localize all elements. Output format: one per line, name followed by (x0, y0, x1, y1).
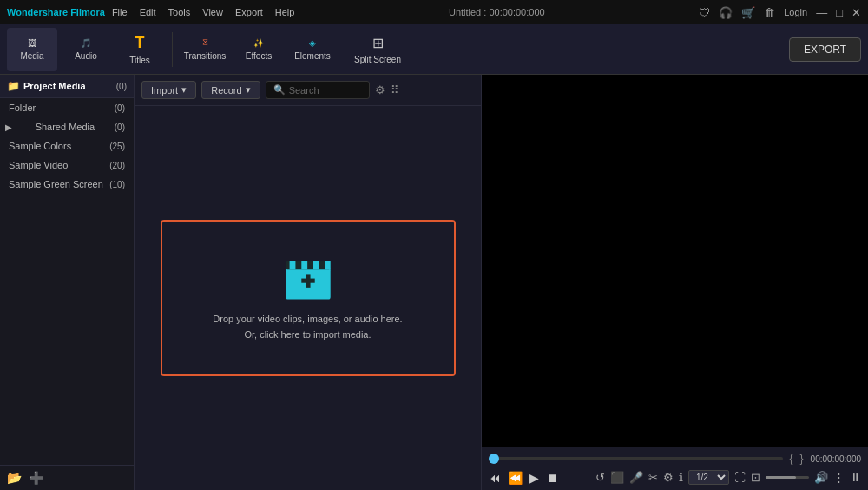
main-area: 📁 Project Media (0) Folder (0) ▶ Shared … (0, 75, 868, 490)
media-item-video[interactable]: Sample Video (20) (0, 156, 134, 175)
titlebar: Wondershare Filmora File Edit Tools View… (0, 0, 868, 24)
shield-icon: 🛡 (699, 6, 710, 19)
app-logo: Wondershare Filmora (7, 7, 105, 17)
progress-handle[interactable] (489, 454, 499, 464)
menu-file[interactable]: File (112, 7, 128, 17)
content-toolbar: Import ▾ Record ▾ 🔍 Search ⚙ ⠿ (135, 75, 481, 106)
progress-bar[interactable] (489, 457, 783, 460)
dropzone-text: Drop your video clips, images, or audio … (213, 312, 402, 342)
dropzone-inner[interactable]: Drop your video clips, images, or audio … (161, 220, 456, 376)
trash-icon: 🗑 (764, 6, 775, 19)
bracket-left[interactable]: { (790, 453, 793, 465)
grid-icon[interactable]: ⠿ (391, 83, 399, 96)
import-label: Import (151, 85, 178, 96)
search-box: 🔍 Search (266, 81, 370, 99)
preview-timecode: 00:00:00:000 (811, 454, 861, 464)
cart-icon: 🛒 (741, 6, 755, 19)
export-button[interactable]: EXPORT (789, 37, 861, 62)
media-icon: 🖼 (28, 38, 36, 48)
pip-button[interactable]: ⊡ (751, 471, 760, 484)
snapshot-button[interactable]: ⬛ (610, 471, 624, 484)
toolbar-media-label: Media (20, 51, 43, 61)
dropzone-line1: Drop your video clips, images, or audio … (213, 312, 402, 328)
record-label: Record (211, 85, 241, 96)
loop-button[interactable]: ↺ (595, 471, 605, 484)
playback-right: ↺ ⬛ 🎤 ✂ ⚙ ℹ 1/2 1/4 Full ⛶ ⊡ (595, 470, 861, 485)
colors-label: Sample Colors (9, 141, 71, 151)
clapperboard-icon (282, 253, 334, 305)
progress-bar-container: { } 00:00:00:000 (489, 453, 861, 465)
import-button[interactable]: Import ▾ (141, 81, 196, 99)
play-button[interactable]: ▶ (529, 471, 539, 485)
svg-rect-7 (301, 279, 314, 283)
shared-label: Shared Media (36, 122, 95, 132)
toolbar-titles[interactable]: T Titles (115, 28, 165, 71)
toolbar-transitions-label: Transitions (184, 51, 227, 61)
more-button[interactable]: ⋮ (833, 471, 845, 484)
filter-icon[interactable]: ⚙ (375, 83, 385, 96)
add-folder-button[interactable]: 📂 (7, 471, 22, 485)
shared-count: (0) (115, 122, 125, 132)
toolbar-audio[interactable]: 🎵 Audio (61, 28, 111, 71)
toolbar-divider-1 (172, 32, 173, 67)
skip-back-button[interactable]: ⏮ (489, 471, 501, 485)
project-media-header: 📁 Project Media (0) (0, 75, 134, 98)
step-back-button[interactable]: ⏪ (508, 471, 523, 485)
media-item-folder[interactable]: Folder (0) (0, 98, 134, 117)
media-item-greenscreen[interactable]: Sample Green Screen (10) (0, 175, 134, 194)
toolbar-transitions[interactable]: ⧖ Transitions (180, 28, 230, 71)
project-media-title: Project Media (23, 81, 86, 91)
volume-icon[interactable]: 🔊 (814, 471, 828, 484)
menu-help[interactable]: Help (275, 7, 295, 17)
add-media-button[interactable]: ➕ (29, 471, 43, 485)
maximize-button[interactable]: □ (836, 6, 843, 19)
preview-screen (482, 75, 868, 447)
volume-fill (766, 476, 796, 479)
preview-controls: { } 00:00:00:000 ⏮ ⏪ ▶ ⏹ ↺ ⬛ 🎤 ✂ ⚙ ℹ (482, 447, 868, 490)
toolbar-elements[interactable]: ◈ Elements (287, 28, 338, 71)
dropzone[interactable]: Drop your video clips, images, or audio … (135, 106, 481, 490)
mic-button[interactable]: 🎤 (629, 471, 643, 484)
toolbar-splitscreen-label: Split Screen (354, 55, 401, 64)
media-item-colors[interactable]: Sample Colors (25) (0, 136, 134, 156)
playback-controls: ⏮ ⏪ ▶ ⏹ ↺ ⬛ 🎤 ✂ ⚙ ℹ 1/2 1/4 Full (489, 470, 861, 485)
trim-button[interactable]: ✂ (648, 471, 658, 484)
titlebar-right: 🛡 🎧 🛒 🗑 Login — □ ✕ (699, 6, 861, 19)
svg-rect-2 (289, 261, 295, 269)
volume-slider[interactable] (766, 476, 809, 479)
arrow-icon: ▶ (5, 122, 12, 132)
greenscreen-label: Sample Green Screen (9, 179, 103, 189)
menu-view[interactable]: View (202, 7, 223, 17)
close-button[interactable]: ✕ (852, 6, 861, 19)
toolbar-elements-label: Elements (294, 51, 331, 61)
toolbar-divider-2 (345, 32, 345, 67)
speed-select[interactable]: 1/2 1/4 Full (688, 470, 729, 485)
audio-icon: 🎵 (81, 38, 91, 48)
minimize-button[interactable]: — (816, 6, 827, 19)
record-button[interactable]: Record ▾ (201, 81, 260, 99)
import-chevron-icon: ▾ (181, 84, 187, 96)
video-count: (20) (109, 161, 125, 170)
elements-icon: ◈ (309, 38, 316, 48)
login-button[interactable]: Login (784, 7, 807, 17)
menu-bar: File Edit Tools View Export Help (112, 7, 294, 17)
toolbar-effects[interactable]: ✨ Effects (233, 28, 284, 71)
info-button[interactable]: ℹ (679, 471, 683, 484)
window-title: Untitled : 00:00:00:000 (449, 7, 545, 17)
pause-indicator[interactable]: ⏸ (850, 471, 861, 484)
splitscreen-icon: ⊞ (372, 35, 384, 51)
stop-button[interactable]: ⏹ (546, 471, 558, 485)
search-placeholder[interactable]: Search (289, 85, 319, 96)
folder-label: Folder (9, 103, 36, 113)
media-item-shared[interactable]: ▶ Shared Media (0) (0, 117, 134, 136)
menu-export[interactable]: Export (235, 7, 263, 17)
fullscreen-button[interactable]: ⛶ (734, 471, 746, 484)
menu-edit[interactable]: Edit (140, 7, 156, 17)
settings2-button[interactable]: ⚙ (663, 471, 674, 484)
toolbar-media[interactable]: 🖼 Media (7, 28, 57, 71)
bracket-right[interactable]: } (800, 453, 804, 465)
toolbar-splitscreen[interactable]: ⊞ Split Screen (352, 28, 403, 71)
left-panel: 📁 Project Media (0) Folder (0) ▶ Shared … (0, 75, 135, 490)
transitions-icon: ⧖ (202, 37, 208, 48)
menu-tools[interactable]: Tools (168, 7, 191, 17)
